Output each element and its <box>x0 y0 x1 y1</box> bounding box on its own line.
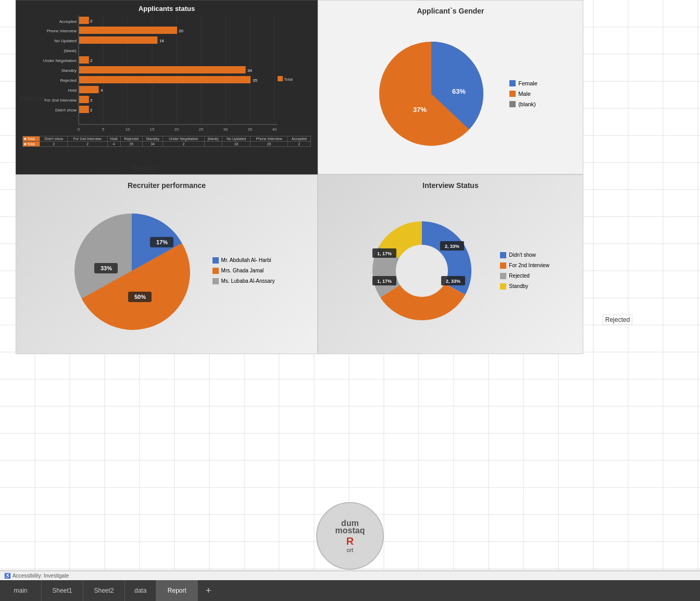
svg-text:2, 33%: 2, 33% <box>446 279 460 284</box>
svg-text:20: 20 <box>179 29 183 33</box>
svg-text:Hold: Hold <box>68 88 77 93</box>
svg-text:Phone Interview: Phone Interview <box>47 29 77 33</box>
gender-legend: Female Male (blank) <box>509 80 538 107</box>
svg-rect-70 <box>79 56 89 64</box>
add-tab-button[interactable]: + <box>198 580 219 601</box>
svg-text:50%: 50% <box>134 294 146 300</box>
interview-standby-legend-box <box>500 283 506 290</box>
interview-donut-chart: 2, 33% 2, 33% 1, 17% 1, 17% <box>352 201 492 341</box>
interview-2nd-legend-box <box>500 262 506 269</box>
interview-didntshow-legend-box <box>500 252 506 258</box>
svg-text:35: 35 <box>248 127 253 132</box>
svg-text:20: 20 <box>174 127 179 132</box>
interview-rejected-label: Rejected <box>509 273 529 279</box>
svg-text:34: 34 <box>247 68 252 73</box>
interview-legend: Didn't show For 2nd Interview Rejected S… <box>500 252 549 290</box>
svg-text:25: 25 <box>199 127 204 132</box>
svg-rect-85 <box>79 106 89 113</box>
interview-rejected-legend-box <box>500 273 506 279</box>
male-legend-label: Male <box>518 91 531 97</box>
svg-text:33%: 33% <box>101 265 112 271</box>
svg-text:Rejected: Rejected <box>60 78 77 83</box>
svg-text:2: 2 <box>90 108 93 112</box>
svg-text:4: 4 <box>101 88 103 93</box>
tab-main[interactable]: main <box>0 580 42 601</box>
svg-point-100 <box>396 245 448 297</box>
watermark-logo-middle: mostaq <box>335 526 365 535</box>
tab-report[interactable]: Report <box>156 580 198 601</box>
svg-text:2, 33%: 2, 33% <box>445 244 459 249</box>
recruiter3-legend-box <box>213 278 219 284</box>
female-legend-label: Female <box>518 80 538 86</box>
svg-text:30: 30 <box>223 127 228 132</box>
svg-text:Standby: Standby <box>61 68 77 73</box>
tabs-bar: main Sheet1 Sheet2 data Report + <box>0 580 700 601</box>
svg-text:2: 2 <box>90 19 93 23</box>
recruiter1-legend-label: Mr. Abdullah Al- Harbi <box>221 257 271 263</box>
male-legend-box <box>509 91 516 97</box>
recruiter-pie-chart: 17% 33% 50% <box>59 201 205 341</box>
svg-text:17%: 17% <box>156 239 168 245</box>
svg-text:Accepted: Accepted <box>59 19 77 24</box>
svg-text:1, 17%: 1, 17% <box>377 251 392 256</box>
svg-rect-63 <box>79 27 177 34</box>
svg-text:Didn't show: Didn't show <box>55 108 77 112</box>
tab-data[interactable]: data <box>125 580 156 601</box>
interview-2nd-label: For 2nd Interview <box>509 262 549 268</box>
watermark-r-letter: R <box>346 535 354 547</box>
chart-applicants-title: Applicants status <box>22 5 311 12</box>
interview-standby-label: Standby <box>509 283 528 289</box>
watermark-logo-bottom: ort <box>347 547 354 553</box>
blank-legend-box <box>509 101 516 107</box>
svg-text:15: 15 <box>150 127 155 132</box>
svg-rect-66 <box>79 36 157 44</box>
svg-rect-88 <box>278 76 283 81</box>
svg-text:Total: Total <box>284 77 293 82</box>
svg-rect-73 <box>79 66 246 73</box>
interview-didntshow-label: Didn't show <box>509 252 535 258</box>
chart-recruiter-title: Recruiter performance <box>22 181 311 190</box>
recruiter-legend: Mr. Abdullah Al- Harbi Mrs. Ghada Jamal … <box>213 257 275 284</box>
svg-text:10: 10 <box>126 127 130 132</box>
chart-interview: Interview Status <box>318 174 583 354</box>
svg-text:2: 2 <box>90 98 93 103</box>
recruiter3-legend-label: Ms. Lubaba Al-Anssary <box>221 278 275 284</box>
svg-text:For 2nd Interview: For 2nd Interview <box>44 98 77 103</box>
svg-text:16: 16 <box>159 39 164 43</box>
svg-text:Under Negotiation: Under Negotiation <box>43 58 77 63</box>
chart-gender: Applicant`s Gender <box>318 0 583 174</box>
svg-text:No Updated: No Updated <box>54 39 77 43</box>
svg-rect-79 <box>79 86 99 93</box>
chart-applicants-status: Applicants status 0 5 <box>16 0 318 174</box>
chart-interview-title: Interview Status <box>324 181 577 190</box>
tab-sheet2[interactable]: Sheet2 <box>83 580 125 601</box>
svg-text:40: 40 <box>272 127 277 132</box>
chart-recruiter: Recruiter performance <box>16 174 318 354</box>
svg-text:35: 35 <box>253 78 257 83</box>
svg-text:5: 5 <box>102 127 105 132</box>
svg-text:1, 17%: 1, 17% <box>377 279 392 284</box>
status-text: Accessibility: Investigate <box>12 573 69 579</box>
female-legend-box <box>509 80 516 86</box>
charts-container: Applicants status 0 5 <box>16 0 583 354</box>
accessibility-icon: ♿ <box>4 573 10 579</box>
recruiter2-legend-box <box>213 268 219 274</box>
svg-text:37%: 37% <box>413 106 427 114</box>
svg-text:(blank): (blank) <box>64 48 77 53</box>
chart-gender-title: Applicant`s Gender <box>324 7 577 15</box>
svg-text:63%: 63% <box>452 87 466 95</box>
svg-rect-60 <box>79 17 89 24</box>
status-bar: ♿ Accessibility: Investigate <box>0 571 700 580</box>
tab-sheet1[interactable]: Sheet1 <box>42 580 83 601</box>
blank-legend-label: (blank) <box>518 101 536 107</box>
recruiter1-legend-box <box>213 257 219 264</box>
svg-text:2: 2 <box>90 58 93 63</box>
watermark: dum mostaq R ort <box>316 502 384 570</box>
recruiter2-legend-label: Mrs. Ghada Jamal <box>221 268 264 273</box>
gender-pie-chart: 37% 63% <box>364 26 499 161</box>
svg-rect-76 <box>79 76 251 83</box>
svg-rect-82 <box>79 96 89 103</box>
svg-text:0: 0 <box>78 127 80 132</box>
applicants-bar-chart: 0 5 10 15 20 25 30 35 40 2 Accepted 20 P… <box>22 15 308 135</box>
